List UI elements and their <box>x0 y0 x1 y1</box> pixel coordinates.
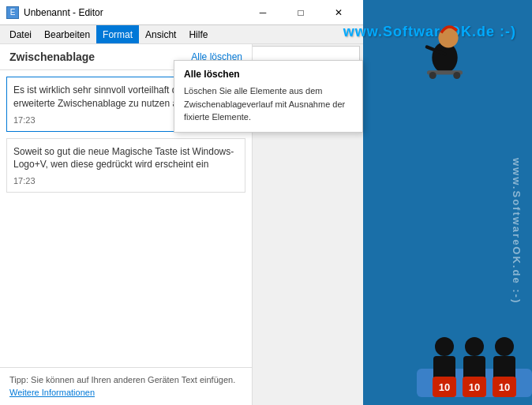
score-sign: 10 <box>463 377 486 397</box>
skater-decoration <box>398 8 508 87</box>
score-sign: 10 <box>493 377 516 397</box>
window-controls: ─ □ ✕ <box>245 0 357 25</box>
window-title: Unbenannt - Editor <box>24 7 240 18</box>
tooltip-popup: Alle löschen Löschen Sie alle Elemente a… <box>174 60 363 133</box>
clipboard-footer: Tipp: Sie können auf Ihren anderen Gerät… <box>0 367 252 405</box>
menu-bar: Datei Bearbeiten Format Ansicht Hilfe <box>0 25 363 44</box>
app-icon: E <box>6 6 19 19</box>
svg-point-4 <box>429 72 436 79</box>
footer-text: Tipp: Sie können auf Ihren anderen Gerät… <box>9 375 235 384</box>
title-bar: E Unbenannt - Editor ─ □ ✕ <box>0 0 363 25</box>
menu-datei[interactable]: Datei <box>3 25 38 43</box>
menu-bearbeiten[interactable]: Bearbeiten <box>38 25 96 43</box>
svg-point-5 <box>453 72 460 79</box>
minimize-button[interactable]: ─ <box>245 0 281 25</box>
tooltip-body: Löschen Sie alle Elemente aus dem Zwisch… <box>184 84 353 124</box>
clipboard-title: Zwischenablage <box>9 51 95 63</box>
menu-format[interactable]: Format <box>96 25 139 43</box>
close-button[interactable]: ✕ <box>320 0 357 25</box>
person-figure: 10 <box>493 337 516 397</box>
person-figure: 10 <box>433 337 456 397</box>
menu-ansicht[interactable]: Ansicht <box>139 25 182 43</box>
item-time: 17:23 <box>13 176 238 186</box>
tooltip-title: Alle löschen <box>184 69 353 80</box>
score-sign: 10 <box>433 377 456 397</box>
further-info-link[interactable]: Weitere Informationen <box>9 388 95 397</box>
maximize-button[interactable]: □ <box>283 0 319 25</box>
person-figure: 10 <box>463 337 486 397</box>
watermark-vertical: www.SoftwareOK.de :-) <box>511 158 523 304</box>
clipboard-item[interactable]: Soweit so gut die neue Magische Taste is… <box>6 138 245 193</box>
item-text: Soweit so gut die neue Magische Taste is… <box>13 145 238 172</box>
menu-hilfe[interactable]: Hilfe <box>182 25 214 43</box>
audience-area: 10 10 10 <box>433 337 516 397</box>
